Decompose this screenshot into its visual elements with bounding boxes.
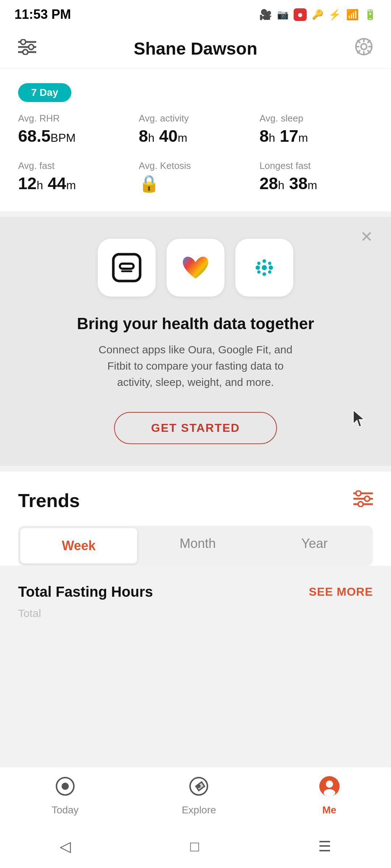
- fitbit-svg-icon: [248, 251, 281, 284]
- svg-point-35: [62, 783, 69, 790]
- svg-point-23: [257, 262, 261, 265]
- explore-icon: [189, 776, 209, 801]
- page-title: Shane Dawson: [134, 39, 257, 59]
- avg-rhr-stat: Avg. RHR 68.5BPM: [18, 113, 131, 146]
- avg-activity-label: Avg. activity: [139, 113, 252, 124]
- battery-icon: 🔋: [364, 9, 377, 21]
- svg-point-26: [257, 271, 261, 274]
- svg-point-39: [197, 784, 201, 788]
- nav-me[interactable]: Me: [319, 776, 340, 816]
- avg-activity-value: 8h 40m: [139, 126, 252, 146]
- me-icon: [319, 776, 340, 801]
- screen-record-icon: 🎥: [259, 9, 272, 21]
- today-icon: [55, 776, 75, 801]
- selected-period-tab[interactable]: 7 Day: [18, 83, 71, 102]
- trends-section: Trends Week Month Year: [0, 472, 391, 566]
- longest-fast-stat: Longest fast 28h 38m: [260, 160, 373, 193]
- svg-point-41: [326, 780, 333, 788]
- svg-point-3: [21, 39, 26, 44]
- avg-sleep-value: 8h 17m: [260, 126, 373, 146]
- bluetooth-icon: ⚡: [328, 9, 341, 21]
- trends-title: Trends: [18, 490, 80, 511]
- fasting-title: Total Fasting Hours: [18, 584, 153, 600]
- banner-description: Connect apps like Oura, Google Fit, and …: [91, 341, 300, 390]
- nav-explore[interactable]: Explore: [182, 776, 216, 816]
- banner-title: Bring your health data together: [77, 315, 314, 333]
- oura-svg-icon: [110, 251, 143, 284]
- svg-point-21: [269, 265, 273, 270]
- period-tabs: Week Month Year: [18, 526, 373, 566]
- fitbit-app-icon: [235, 239, 293, 297]
- wifi-icon: 📶: [346, 9, 359, 21]
- svg-point-5: [23, 50, 28, 55]
- svg-point-32: [365, 496, 370, 501]
- settings-icon[interactable]: [355, 38, 373, 60]
- explore-label: Explore: [182, 804, 216, 816]
- nav-today[interactable]: Today: [51, 776, 79, 816]
- google-fit-app-icon: [167, 239, 224, 297]
- longest-fast-label: Longest fast: [260, 160, 373, 171]
- health-integration-banner: ✕: [0, 217, 391, 466]
- status-bar: 11:53 PM 🎥 📷 ● 🔑 ⚡ 📶 🔋: [0, 0, 391, 29]
- recents-button[interactable]: ☰: [318, 838, 331, 855]
- record-indicator: ●: [294, 8, 307, 21]
- avg-activity-stat: Avg. activity 8h 40m: [139, 113, 252, 146]
- oura-app-icon: [98, 239, 156, 297]
- svg-rect-17: [120, 264, 134, 269]
- app-icons-row: [98, 239, 293, 297]
- avg-ketosis-stat: Avg. Ketosis 🔒: [139, 160, 252, 193]
- stats-card: 7 Day Avg. RHR 68.5BPM Avg. activity 8h …: [0, 69, 391, 211]
- ketosis-lock-icon[interactable]: 🔒: [139, 174, 252, 193]
- avg-rhr-value: 68.5BPM: [18, 126, 131, 146]
- camera-icon: 📷: [277, 9, 289, 20]
- cursor-pointer: [351, 409, 369, 433]
- status-icons: 🎥 📷 ● 🔑 ⚡ 📶 🔋: [259, 8, 377, 21]
- svg-point-4: [29, 44, 34, 50]
- avg-fast-value: 12h 44m: [18, 174, 131, 193]
- back-button[interactable]: ◁: [60, 838, 71, 855]
- trends-filter-icon[interactable]: [353, 490, 373, 511]
- avg-fast-label: Avg. fast: [18, 160, 131, 171]
- svg-point-27: [268, 271, 272, 274]
- tab-year[interactable]: Year: [256, 526, 373, 566]
- avg-ketosis-label: Avg. Ketosis: [139, 160, 252, 171]
- total-label: Total: [18, 607, 373, 627]
- avg-fast-stat: Avg. fast 12h 44m: [18, 160, 131, 193]
- system-navigation: ◁ □ ☰: [0, 825, 391, 868]
- svg-point-7: [361, 44, 367, 50]
- avg-rhr-label: Avg. RHR: [18, 113, 131, 124]
- status-time: 11:53 PM: [14, 7, 71, 22]
- tab-week[interactable]: Week: [20, 528, 137, 563]
- svg-point-42: [324, 789, 335, 796]
- svg-point-33: [358, 502, 363, 507]
- svg-point-24: [268, 262, 272, 265]
- get-started-button[interactable]: GET STARTED: [114, 412, 277, 444]
- svg-point-22: [262, 259, 266, 263]
- longest-fast-value: 28h 38m: [260, 174, 373, 193]
- key-icon: 🔑: [312, 9, 323, 20]
- svg-point-31: [356, 491, 361, 496]
- fasting-header: Total Fasting Hours SEE MORE: [18, 584, 373, 600]
- svg-point-25: [262, 272, 266, 276]
- bottom-navigation: Today Explore Me: [0, 767, 391, 825]
- me-label: Me: [322, 804, 336, 816]
- today-label: Today: [51, 804, 79, 816]
- stats-tab-row: 7 Day: [18, 83, 373, 102]
- see-more-button[interactable]: SEE MORE: [309, 585, 373, 599]
- filter-icon[interactable]: [18, 39, 36, 59]
- svg-point-20: [256, 265, 260, 270]
- avg-sleep-stat: Avg. sleep 8h 17m: [260, 113, 373, 146]
- google-fit-svg-icon: [179, 251, 212, 284]
- close-banner-button[interactable]: ✕: [360, 228, 373, 246]
- stats-grid: Avg. RHR 68.5BPM Avg. activity 8h 40m Av…: [18, 113, 373, 193]
- trends-header: Trends: [18, 490, 373, 511]
- tab-month[interactable]: Month: [139, 526, 256, 566]
- fasting-section: Total Fasting Hours SEE MORE Total: [0, 584, 391, 627]
- svg-point-19: [262, 265, 267, 270]
- top-header: Shane Dawson: [0, 29, 391, 69]
- home-button[interactable]: □: [190, 838, 199, 855]
- avg-sleep-label: Avg. sleep: [260, 113, 373, 124]
